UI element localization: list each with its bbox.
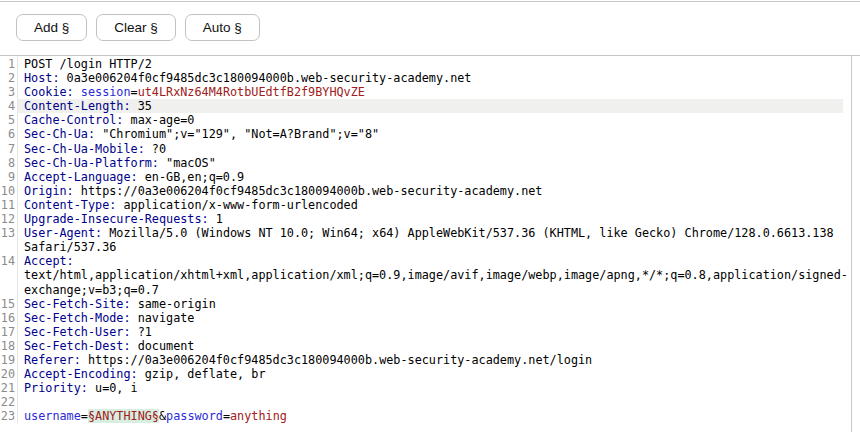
line-content: Safari/537.36: [18, 240, 843, 254]
line-number: 1: [0, 57, 18, 71]
editor-row[interactable]: 22: [0, 395, 851, 409]
line-number: 9: [0, 170, 18, 184]
line-number: [0, 268, 18, 282]
line-content: text/html,application/xhtml+xml,applicat…: [18, 268, 848, 282]
editor-row[interactable]: 17Sec-Fetch-User: ?1: [0, 325, 851, 339]
editor-row[interactable]: 7Sec-Ch-Ua-Mobile: ?0: [0, 142, 851, 156]
positions-toolbar: Add § Clear § Auto §: [16, 14, 260, 41]
request-editor[interactable]: 1POST /login HTTP/22Host: 0a3e006204f0cf…: [0, 56, 852, 432]
editor-row[interactable]: Safari/537.36: [0, 240, 851, 254]
line-content: Sec-Fetch-Dest: document: [18, 339, 843, 353]
line-content: username=§ANYTHING§&password=anything: [18, 409, 843, 423]
line-number: 11: [0, 198, 18, 212]
editor-row[interactable]: 10Origin: https://0a3e006204f0cf9485dc3c…: [0, 184, 851, 198]
editor-row[interactable]: 23username=§ANYTHING§&password=anything: [0, 409, 851, 423]
line-number: 8: [0, 156, 18, 170]
line-number: 19: [0, 353, 18, 367]
line-content: Referer: https://0a3e006204f0cf9485dc3c1…: [18, 353, 843, 367]
editor-row[interactable]: 14Accept:: [0, 254, 851, 268]
line-number: 4: [0, 99, 18, 113]
line-number: 21: [0, 381, 18, 395]
line-number: 7: [0, 142, 18, 156]
editor-row[interactable]: 6Sec-Ch-Ua: "Chromium";v="129", "Not=A?B…: [0, 127, 851, 141]
line-number: 23: [0, 409, 18, 423]
auto-positions-button[interactable]: Auto §: [185, 14, 260, 41]
line-content: Priority: u=0, i: [18, 381, 843, 395]
editor-row[interactable]: 20Accept-Encoding: gzip, deflate, br: [0, 367, 851, 381]
editor-row[interactable]: 12Upgrade-Insecure-Requests: 1: [0, 212, 851, 226]
editor-row[interactable]: 21Priority: u=0, i: [0, 381, 851, 395]
line-content: Accept:: [18, 254, 843, 268]
line-number: 17: [0, 325, 18, 339]
line-content: Sec-Ch-Ua-Mobile: ?0: [18, 142, 843, 156]
add-position-button[interactable]: Add §: [16, 14, 87, 41]
line-content: Cookie: session=ut4LRxNz64M4RotbUEdtfB2f…: [18, 85, 843, 99]
editor-row[interactable]: 5Cache-Control: max-age=0: [0, 113, 851, 127]
line-content: Sec-Ch-Ua: "Chromium";v="129", "Not=A?Br…: [18, 127, 843, 141]
editor-row[interactable]: 3Cookie: session=ut4LRxNz64M4RotbUEdtfB2…: [0, 85, 851, 99]
line-number: 6: [0, 127, 18, 141]
line-number: 2: [0, 71, 18, 85]
line-content: Sec-Fetch-User: ?1: [18, 325, 843, 339]
line-number: [0, 240, 18, 254]
line-content: Accept-Language: en-GB,en;q=0.9: [18, 170, 843, 184]
vertical-scrollbar[interactable]: [852, 56, 859, 432]
editor-row[interactable]: text/html,application/xhtml+xml,applicat…: [0, 268, 851, 282]
line-content: [18, 395, 843, 409]
line-content: Upgrade-Insecure-Requests: 1: [18, 212, 843, 226]
line-content: Sec-Fetch-Mode: navigate: [18, 311, 843, 325]
line-number: 15: [0, 297, 18, 311]
editor-row[interactable]: 15Sec-Fetch-Site: same-origin: [0, 297, 851, 311]
editor-row[interactable]: exchange;v=b3;q=0.7: [0, 283, 851, 297]
editor-row[interactable]: 4Content-Length: 35: [0, 99, 851, 113]
line-content: User-Agent: Mozilla/5.0 (Windows NT 10.0…: [18, 226, 843, 240]
line-content: Cache-Control: max-age=0: [18, 113, 843, 127]
line-content: Accept-Encoding: gzip, deflate, br: [18, 367, 843, 381]
line-number: 12: [0, 212, 18, 226]
line-number: 18: [0, 339, 18, 353]
editor-row[interactable]: 19Referer: https://0a3e006204f0cf9485dc3…: [0, 353, 851, 367]
line-content: exchange;v=b3;q=0.7: [18, 283, 843, 297]
line-content: Origin: https://0a3e006204f0cf9485dc3c18…: [18, 184, 843, 198]
line-number: 10: [0, 184, 18, 198]
line-number: 22: [0, 395, 18, 409]
line-number: 16: [0, 311, 18, 325]
line-content: Sec-Ch-Ua-Platform: "macOS": [18, 156, 843, 170]
line-number: 14: [0, 254, 18, 268]
clear-positions-button[interactable]: Clear §: [96, 14, 176, 41]
editor-row[interactable]: 2Host: 0a3e006204f0cf9485dc3c180094000b.…: [0, 71, 851, 85]
editor-row[interactable]: 18Sec-Fetch-Dest: document: [0, 339, 851, 353]
editor-row[interactable]: 8Sec-Ch-Ua-Platform: "macOS": [0, 156, 851, 170]
editor-row[interactable]: 13User-Agent: Mozilla/5.0 (Windows NT 10…: [0, 226, 851, 240]
line-number: 13: [0, 226, 18, 240]
editor-row[interactable]: 11Content-Type: application/x-www-form-u…: [0, 198, 851, 212]
line-content: Sec-Fetch-Site: same-origin: [18, 297, 843, 311]
line-number: [0, 283, 18, 297]
intruder-positions-panel: Add § Clear § Auto § 1POST /login HTTP/2…: [0, 0, 860, 432]
editor-row[interactable]: 1POST /login HTTP/2: [0, 57, 851, 71]
line-number: 3: [0, 85, 18, 99]
line-content: POST /login HTTP/2: [18, 57, 843, 71]
line-content: Content-Type: application/x-www-form-url…: [18, 198, 843, 212]
request-editor-wrap: 1POST /login HTTP/22Host: 0a3e006204f0cf…: [0, 56, 860, 432]
editor-row[interactable]: 9Accept-Language: en-GB,en;q=0.9: [0, 170, 851, 184]
window-top-border: [0, 1, 860, 2]
line-content: Content-Length: 35: [18, 99, 843, 113]
line-number: 5: [0, 113, 18, 127]
editor-row[interactable]: 16Sec-Fetch-Mode: navigate: [0, 311, 851, 325]
line-number: 20: [0, 367, 18, 381]
line-content: Host: 0a3e006204f0cf9485dc3c180094000b.w…: [18, 71, 843, 85]
